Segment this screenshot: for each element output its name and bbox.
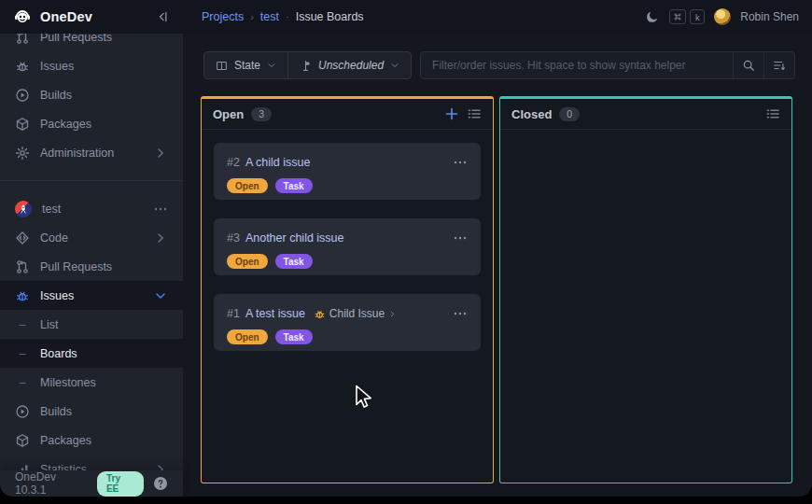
label-pill-open: Open [227,178,268,193]
onedev-app: OneDev Projects › test · Issue Boards [0,0,812,497]
issue-number: #2 [227,156,240,169]
column-title: Open [213,107,244,121]
issue-title[interactable]: A test issue [245,307,305,320]
column-body [500,130,791,156]
chevron-right-icon [153,231,168,245]
sidebar-footer: OneDev 10.3.1 Try EE [0,470,183,497]
sub-item-dash: – [15,318,30,331]
order-button[interactable] [763,52,794,78]
card-menu-icon[interactable] [453,155,468,170]
user-name[interactable]: Robin Shen [740,10,799,23]
column-header: Closed0 [500,99,791,130]
breadcrumb-separator: · [286,11,289,22]
sidebar-item-label: Administration [40,147,114,160]
ellipsis-icon[interactable] [153,202,168,217]
issue-title[interactable]: Another child issue [245,231,344,245]
label-pill-open: Open [227,254,268,269]
header-controls: k Robin Shen [645,8,812,25]
column-body: #2A child issueOpenTask#3Another child i… [202,130,493,383]
label-pill-task: Task [275,178,313,193]
sidebar-item-code[interactable]: Code [0,223,183,252]
sidebar-item-pull-requests[interactable]: Pull Requests [0,34,183,51]
column-header: Open3 [202,99,493,130]
sidebar-item-builds[interactable]: Builds [0,80,183,109]
issue-title[interactable]: A child issue [245,156,310,169]
child-issue-link[interactable]: Child Issue [314,307,397,320]
breadcrumb-projects-link[interactable]: Projects [202,10,244,23]
sidebar-item-list[interactable]: –List [0,310,183,339]
issue-card-2[interactable]: #2A child issueOpenTask [214,143,481,200]
filter-input[interactable] [421,52,733,78]
breadcrumb-project-link[interactable]: test [260,10,279,23]
sidebar-item-label: Issues [40,60,74,73]
bug-icon [15,288,30,303]
sub-item-dash: – [15,347,30,360]
sidebar-item-label: Statistics [40,463,87,471]
sidebar-item-packages[interactable]: Packages [0,109,183,138]
sidebar-item-label: Builds [40,89,72,102]
sub-item-dash: – [15,376,30,389]
sidebar-nav: Pull RequestsIssuesBuildsPackagesAdminis… [0,34,183,470]
sidebar-item-statistics[interactable]: Statistics [0,455,183,470]
package-icon [15,433,30,448]
gear-icon [15,146,30,161]
card-labels: OpenTask [227,178,468,193]
column-menu-icon[interactable] [467,106,482,121]
card-menu-icon[interactable] [453,306,468,321]
label-pill-open: Open [227,329,268,344]
sidebar-item-test[interactable]: test [0,194,183,223]
issue-card-1[interactable]: #1A test issueChild IssueOpenTask [214,294,481,351]
card-menu-icon[interactable] [453,231,468,245]
filter-bar: State Unscheduled [203,51,795,79]
sidebar-item-issues[interactable]: Issues [0,51,183,80]
collapse-sidebar-icon[interactable] [155,9,170,24]
state-filter-button[interactable]: State [204,52,287,78]
issue-card-3[interactable]: #3Another child issueOpenTask [214,218,481,275]
bug-icon [15,59,30,74]
sidebar-item-administration[interactable]: Administration [0,138,183,167]
column-title: Closed [511,107,552,121]
add-issue-icon[interactable] [444,106,459,121]
milestone-filter-button[interactable]: Unscheduled [287,52,411,78]
sidebar-item-label: test [42,203,61,216]
pull-request-icon [15,34,30,45]
sidebar-item-packages[interactable]: Packages [0,426,183,455]
search-button[interactable] [733,52,763,78]
shortcut-hint: k [669,9,705,24]
sidebar-divider [0,180,183,181]
try-ee-badge[interactable]: Try EE [97,471,144,497]
sidebar-item-label: Issues [40,289,74,302]
dark-mode-moon-icon[interactable] [645,9,660,24]
sidebar-item-issues[interactable]: Issues [0,281,183,310]
sidebar-item-milestones[interactable]: –Milestones [0,368,183,397]
cmd-key-icon [669,9,686,24]
board-column-open: Open3#2A child issueOpenTask#3Another ch… [201,96,494,483]
play-circle-icon [15,404,30,419]
milestone-icon [300,60,312,72]
sidebar-item-pull-requests[interactable]: Pull Requests [0,252,183,281]
sidebar-item-label: Milestones [40,376,96,389]
filter-button-group: State Unscheduled [203,51,412,79]
column-count-badge: 3 [251,107,272,121]
user-avatar[interactable] [714,8,731,25]
sidebar-item-label: List [40,318,58,331]
sort-order-icon [773,59,786,72]
issue-number: #3 [227,231,240,245]
milestone-filter-label: Unscheduled [318,59,384,72]
help-icon[interactable] [153,476,168,491]
breadcrumb-separator: › [250,11,254,22]
sidebar-item-label: Pull Requests [40,34,112,44]
state-filter-label: State [234,59,260,72]
filter-input-wrap [420,51,795,79]
sidebar-item-label: Code [40,231,68,245]
bug-icon [314,308,326,320]
code-diamond-icon [15,231,30,245]
sidebar-item-label: Builds [40,405,72,418]
package-icon [15,117,30,132]
sidebar-item-builds[interactable]: Builds [0,397,183,426]
sidebar-item-boards[interactable]: –Boards [0,339,183,368]
column-menu-icon[interactable] [765,106,780,121]
project-avatar [15,201,32,217]
search-icon [742,59,755,72]
onedev-logo-icon [13,7,32,26]
